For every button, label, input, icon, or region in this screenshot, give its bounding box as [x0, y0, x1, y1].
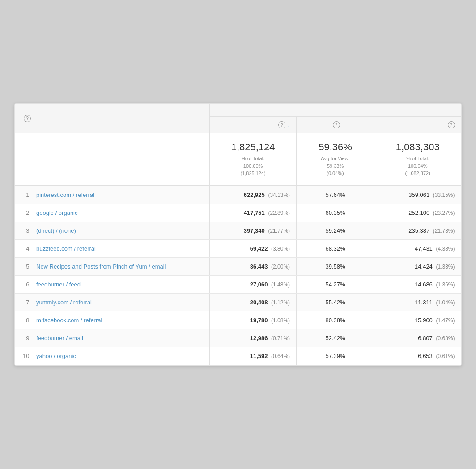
- new-sessions-cell: 52.42%: [297, 329, 374, 347]
- sort-arrow-icon[interactable]: ↓: [287, 122, 290, 128]
- new-users-cell: 15,900 (1.47%): [374, 311, 461, 329]
- source-cell: 7. yummly.com / referral: [15, 293, 210, 311]
- totals-new-users-cell: 1,083,303 % of Total:100.04%(1,082,872): [374, 133, 461, 186]
- source-link[interactable]: yahoo / organic: [36, 353, 76, 359]
- totals-source-cell: [15, 133, 210, 186]
- new-sessions-value: 52.42%: [325, 335, 345, 341]
- row-number: 1.: [21, 192, 34, 198]
- new-users-column-header: ?: [374, 117, 461, 133]
- row-number: 2.: [21, 209, 34, 216]
- new-users-value: 359,061: [408, 192, 429, 198]
- new-sessions-cell: 59.24%: [297, 222, 374, 239]
- new-sessions-cell: 57.39%: [297, 347, 374, 365]
- new-users-help-icon[interactable]: ?: [448, 121, 455, 128]
- table-row: 9. feedburner / email 12,986 (0.71%) 52.…: [15, 329, 461, 347]
- new-sessions-value: 80.38%: [325, 317, 345, 324]
- sessions-percent: (1.08%): [271, 317, 290, 324]
- row-number: 6.: [21, 281, 34, 288]
- table-row: 7. yummly.com / referral 20,408 (1.12%) …: [15, 293, 461, 311]
- new-sessions-value: 54.27%: [325, 281, 345, 288]
- sessions-cell: 397,340 (21.77%): [210, 222, 297, 239]
- source-cell: 5. New Recipes and Posts from Pinch of Y…: [15, 257, 210, 275]
- new-sessions-help-icon[interactable]: ?: [333, 121, 340, 128]
- row-number: 8.: [21, 317, 34, 324]
- new-sessions-value: 60.35%: [325, 209, 345, 216]
- row-number: 9.: [21, 335, 34, 341]
- new-sessions-value: 55.42%: [325, 299, 345, 306]
- table-row: 4. buzzfeed.com / referral 69,422 (3.80%…: [15, 239, 461, 257]
- new-users-value: 235,387: [408, 227, 429, 234]
- source-medium-help-icon[interactable]: ?: [24, 115, 31, 122]
- source-cell: 10. yahoo / organic: [15, 347, 210, 365]
- sessions-percent: (1.12%): [271, 299, 290, 306]
- table-row: 10. yahoo / organic 11,592 (0.64%) 57.39…: [15, 347, 461, 365]
- new-users-percent: (4.38%): [436, 246, 455, 252]
- new-users-percent: (1.33%): [436, 264, 455, 270]
- new-users-value: 15,900: [415, 317, 433, 324]
- sessions-percent: (2.00%): [271, 264, 290, 270]
- new-users-percent: (1.04%): [436, 299, 455, 306]
- sessions-value: 417,751: [244, 209, 265, 216]
- sessions-value: 397,340: [244, 227, 265, 234]
- new-users-cell: 47,431 (4.38%): [374, 239, 461, 257]
- new-users-value: 252,100: [408, 209, 429, 216]
- sessions-value: 19,780: [250, 317, 268, 324]
- row-number: 5.: [21, 263, 34, 270]
- sessions-cell: 622,925 (34.13%): [210, 186, 297, 204]
- new-users-percent: (0.63%): [436, 335, 455, 341]
- new-users-cell: 252,100 (23.27%): [374, 204, 461, 222]
- sessions-cell: 36,443 (2.00%): [210, 257, 297, 275]
- new-users-cell: 359,061 (33.15%): [374, 186, 461, 204]
- source-link[interactable]: google / organic: [36, 209, 78, 216]
- new-users-percent: (1.47%): [436, 317, 455, 324]
- new-users-cell: 235,387 (21.73%): [374, 222, 461, 239]
- row-number: 10.: [21, 353, 34, 359]
- source-cell: 8. m.facebook.com / referral: [15, 311, 210, 329]
- table-row: 5. New Recipes and Posts from Pinch of Y…: [15, 257, 461, 275]
- source-link[interactable]: buzzfeed.com / referral: [36, 245, 96, 252]
- sessions-value: 27,060: [250, 281, 268, 288]
- new-sessions-cell: 68.32%: [297, 239, 374, 257]
- source-cell: 4. buzzfeed.com / referral: [15, 239, 210, 257]
- new-users-percent: (1.36%): [436, 281, 455, 288]
- new-users-value: 14,686: [415, 281, 433, 288]
- table-row: 6. feedburner / feed 27,060 (1.48%) 54.2…: [15, 275, 461, 293]
- new-sessions-column-header: ?: [297, 117, 374, 133]
- source-cell: 3. (direct) / (none): [15, 222, 210, 239]
- sessions-value: 36,443: [250, 263, 268, 270]
- sessions-help-icon[interactable]: ?: [278, 121, 285, 128]
- sessions-value: 12,986: [250, 335, 268, 341]
- sessions-value: 69,422: [250, 245, 268, 252]
- new-users-percent: (23.27%): [433, 210, 455, 216]
- sessions-cell: 20,408 (1.12%): [210, 293, 297, 311]
- row-number: 3.: [21, 227, 34, 234]
- source-link[interactable]: m.facebook.com / referral: [36, 317, 102, 324]
- source-link[interactable]: (direct) / (none): [36, 227, 76, 234]
- table-row: 1. pinterest.com / referral 622,925 (34.…: [15, 186, 461, 204]
- new-users-value: 11,311: [415, 299, 433, 306]
- sessions-cell: 12,986 (0.71%): [210, 329, 297, 347]
- source-link[interactable]: New Recipes and Posts from Pinch of Yum …: [36, 263, 166, 270]
- new-users-cell: 6,653 (0.61%): [374, 347, 461, 365]
- source-link[interactable]: yummly.com / referral: [36, 299, 92, 306]
- new-sessions-value: 57.64%: [325, 192, 345, 198]
- sessions-cell: 11,592 (0.64%): [210, 347, 297, 365]
- new-sessions-value: 57.39%: [325, 353, 345, 359]
- totals-sessions-cell: 1,825,124 % of Total:100.00%(1,825,124): [210, 133, 297, 186]
- new-users-cell: 6,807 (0.63%): [374, 329, 461, 347]
- sessions-cell: 19,780 (1.08%): [210, 311, 297, 329]
- source-link[interactable]: feedburner / feed: [36, 281, 81, 288]
- new-sessions-value: 68.32%: [325, 245, 345, 252]
- new-users-cell: 14,686 (1.36%): [374, 275, 461, 293]
- sessions-cell: 69,422 (3.80%): [210, 239, 297, 257]
- sessions-value: 622,925: [244, 192, 265, 198]
- new-sessions-value: 59.24%: [325, 227, 345, 234]
- acquisition-header: [210, 104, 461, 117]
- source-link[interactable]: feedburner / email: [36, 335, 83, 341]
- source-link[interactable]: pinterest.com / referral: [36, 192, 94, 198]
- sessions-percent: (0.64%): [271, 353, 290, 359]
- new-sessions-cell: 80.38%: [297, 311, 374, 329]
- sessions-percent: (0.71%): [271, 335, 290, 341]
- new-users-value: 6,807: [418, 335, 433, 341]
- source-cell: 9. feedburner / email: [15, 329, 210, 347]
